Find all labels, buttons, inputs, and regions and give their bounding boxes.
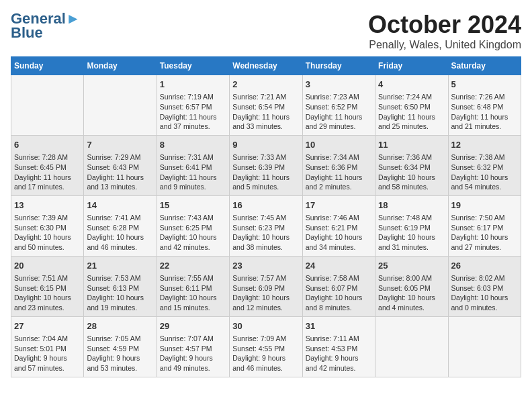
calendar-cell: 7Sunrise: 7:29 AMSunset: 6:43 PMDaylight…: [84, 135, 157, 195]
header-wednesday: Wednesday: [230, 57, 302, 75]
page-subtitle: Penally, Wales, United Kingdom: [368, 39, 521, 51]
cell-content: Sunrise: 7:53 AMSunset: 6:13 PMDaylight:…: [87, 273, 153, 313]
cell-content: Sunrise: 7:48 AMSunset: 6:19 PMDaylight:…: [378, 213, 445, 253]
day-number: 1: [160, 79, 226, 91]
cell-content: Sunrise: 7:24 AMSunset: 6:50 PMDaylight:…: [378, 92, 445, 132]
title-block: October 2024 Penally, Wales, United King…: [368, 11, 521, 51]
day-number: 5: [451, 79, 518, 91]
calendar-cell: 22Sunrise: 7:55 AMSunset: 6:11 PMDayligh…: [157, 256, 229, 316]
calendar-cell: 5Sunrise: 7:26 AMSunset: 6:48 PMDaylight…: [448, 75, 521, 136]
day-number: 9: [232, 139, 299, 151]
week-row-0: 1Sunrise: 7:19 AMSunset: 6:57 PMDaylight…: [11, 75, 521, 136]
cell-content: Sunrise: 7:36 AMSunset: 6:34 PMDaylight:…: [378, 152, 445, 192]
day-number: 26: [451, 260, 518, 272]
day-number: 10: [306, 139, 372, 151]
cell-content: Sunrise: 7:38 AMSunset: 6:32 PMDaylight:…: [451, 152, 518, 192]
logo: General► Blue: [11, 11, 81, 42]
calendar-cell: [84, 75, 157, 136]
day-number: 16: [232, 199, 299, 212]
day-number: 11: [378, 139, 445, 151]
calendar-cell: 23Sunrise: 7:57 AMSunset: 6:09 PMDayligh…: [230, 256, 302, 316]
calendar-cell: 11Sunrise: 7:36 AMSunset: 6:34 PMDayligh…: [375, 135, 448, 195]
day-number: 30: [232, 320, 299, 332]
day-number: 31: [306, 320, 372, 332]
cell-content: Sunrise: 7:19 AMSunset: 6:57 PMDaylight:…: [160, 92, 226, 132]
calendar-cell: 16Sunrise: 7:45 AMSunset: 6:23 PMDayligh…: [230, 195, 302, 256]
day-number: 2: [232, 79, 299, 91]
calendar-cell: 20Sunrise: 7:51 AMSunset: 6:15 PMDayligh…: [11, 256, 84, 316]
cell-content: Sunrise: 7:51 AMSunset: 6:15 PMDaylight:…: [14, 273, 81, 313]
cell-content: Sunrise: 7:58 AMSunset: 6:07 PMDaylight:…: [306, 273, 372, 313]
day-number: 20: [14, 260, 81, 272]
calendar-cell: 14Sunrise: 7:41 AMSunset: 6:28 PMDayligh…: [84, 195, 157, 256]
cell-content: Sunrise: 7:33 AMSunset: 6:39 PMDaylight:…: [232, 152, 299, 192]
day-number: 22: [160, 260, 226, 272]
calendar-cell: 12Sunrise: 7:38 AMSunset: 6:32 PMDayligh…: [448, 135, 521, 195]
cell-content: Sunrise: 8:00 AMSunset: 6:05 PMDaylight:…: [378, 273, 445, 313]
day-number: 15: [160, 199, 226, 212]
day-number: 3: [306, 79, 372, 91]
day-number: 28: [87, 320, 153, 332]
header-sunday: Sunday: [11, 57, 84, 75]
header-tuesday: Tuesday: [157, 57, 229, 75]
calendar-cell: [448, 316, 521, 377]
cell-content: Sunrise: 7:39 AMSunset: 6:30 PMDaylight:…: [14, 213, 81, 253]
cell-content: Sunrise: 7:46 AMSunset: 6:21 PMDaylight:…: [306, 213, 372, 253]
header-saturday: Saturday: [448, 57, 521, 75]
calendar-cell: 9Sunrise: 7:33 AMSunset: 6:39 PMDaylight…: [230, 135, 302, 195]
cell-content: Sunrise: 7:21 AMSunset: 6:54 PMDaylight:…: [232, 92, 299, 132]
day-number: 4: [378, 79, 445, 91]
calendar-cell: 19Sunrise: 7:50 AMSunset: 6:17 PMDayligh…: [448, 195, 521, 256]
cell-content: Sunrise: 7:43 AMSunset: 6:25 PMDaylight:…: [160, 213, 226, 253]
day-number: 18: [378, 199, 445, 212]
calendar-cell: [375, 316, 448, 377]
calendar-cell: 6Sunrise: 7:28 AMSunset: 6:45 PMDaylight…: [11, 135, 84, 195]
day-number: 12: [451, 139, 518, 151]
cell-content: Sunrise: 7:07 AMSunset: 4:57 PMDaylight:…: [160, 334, 226, 373]
day-number: 29: [160, 320, 226, 332]
cell-content: Sunrise: 7:41 AMSunset: 6:28 PMDaylight:…: [87, 213, 153, 253]
day-number: 6: [14, 139, 81, 151]
cell-content: Sunrise: 7:50 AMSunset: 6:17 PMDaylight:…: [451, 213, 518, 253]
cell-content: Sunrise: 7:29 AMSunset: 6:43 PMDaylight:…: [87, 152, 153, 192]
day-number: 19: [451, 199, 518, 212]
day-number: 21: [87, 260, 153, 272]
day-number: 27: [14, 320, 81, 332]
cell-content: Sunrise: 7:26 AMSunset: 6:48 PMDaylight:…: [451, 92, 518, 132]
header-monday: Monday: [84, 57, 157, 75]
day-number: 25: [378, 260, 445, 272]
calendar-cell: 17Sunrise: 7:46 AMSunset: 6:21 PMDayligh…: [302, 195, 375, 256]
cell-content: Sunrise: 7:57 AMSunset: 6:09 PMDaylight:…: [232, 273, 299, 313]
day-number: 14: [87, 199, 153, 212]
cell-content: Sunrise: 7:04 AMSunset: 5:01 PMDaylight:…: [14, 334, 81, 373]
cell-content: Sunrise: 7:34 AMSunset: 6:36 PMDaylight:…: [306, 152, 372, 192]
cell-content: Sunrise: 7:05 AMSunset: 4:59 PMDaylight:…: [87, 334, 153, 373]
day-number: 7: [87, 139, 153, 151]
logo-subtext: Blue: [11, 24, 43, 42]
calendar-cell: 4Sunrise: 7:24 AMSunset: 6:50 PMDaylight…: [375, 75, 448, 136]
day-number: 17: [306, 199, 372, 212]
calendar-table: SundayMondayTuesdayWednesdayThursdayFrid…: [11, 56, 521, 377]
calendar-cell: 1Sunrise: 7:19 AMSunset: 6:57 PMDaylight…: [157, 75, 229, 136]
cell-content: Sunrise: 8:02 AMSunset: 6:03 PMDaylight:…: [451, 273, 518, 313]
calendar-cell: 21Sunrise: 7:53 AMSunset: 6:13 PMDayligh…: [84, 256, 157, 316]
calendar-cell: [11, 75, 84, 136]
calendar-cell: 27Sunrise: 7:04 AMSunset: 5:01 PMDayligh…: [11, 316, 84, 377]
calendar-cell: 8Sunrise: 7:31 AMSunset: 6:41 PMDaylight…: [157, 135, 229, 195]
calendar-cell: 29Sunrise: 7:07 AMSunset: 4:57 PMDayligh…: [157, 316, 229, 377]
cell-content: Sunrise: 7:11 AMSunset: 4:53 PMDaylight:…: [306, 334, 372, 373]
header-thursday: Thursday: [302, 57, 375, 75]
cell-content: Sunrise: 7:09 AMSunset: 4:55 PMDaylight:…: [232, 334, 299, 373]
week-row-4: 27Sunrise: 7:04 AMSunset: 5:01 PMDayligh…: [11, 316, 521, 377]
calendar-cell: 25Sunrise: 8:00 AMSunset: 6:05 PMDayligh…: [375, 256, 448, 316]
day-number: 23: [232, 260, 299, 272]
day-number: 8: [160, 139, 226, 151]
cell-content: Sunrise: 7:31 AMSunset: 6:41 PMDaylight:…: [160, 152, 226, 192]
calendar-cell: 26Sunrise: 8:02 AMSunset: 6:03 PMDayligh…: [448, 256, 521, 316]
day-number: 13: [14, 199, 81, 212]
calendar-cell: 10Sunrise: 7:34 AMSunset: 6:36 PMDayligh…: [302, 135, 375, 195]
calendar-cell: 30Sunrise: 7:09 AMSunset: 4:55 PMDayligh…: [230, 316, 302, 377]
calendar-cell: 18Sunrise: 7:48 AMSunset: 6:19 PMDayligh…: [375, 195, 448, 256]
calendar-cell: 2Sunrise: 7:21 AMSunset: 6:54 PMDaylight…: [230, 75, 302, 136]
cell-content: Sunrise: 7:28 AMSunset: 6:45 PMDaylight:…: [14, 152, 81, 192]
